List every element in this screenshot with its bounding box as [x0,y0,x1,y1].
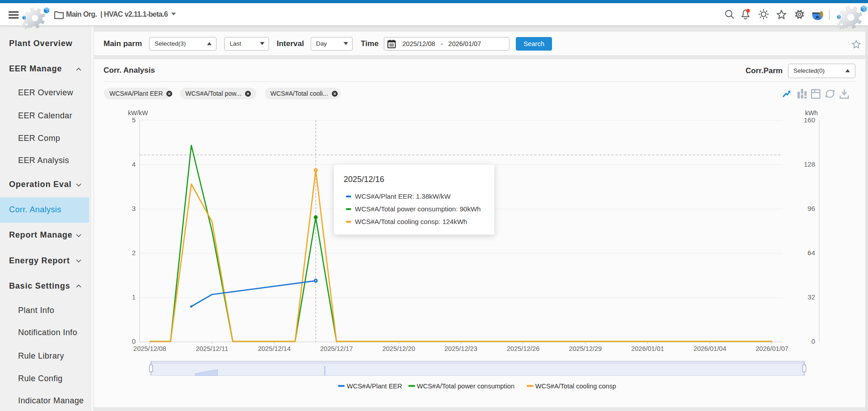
svg-text:2026/01/04: 2026/01/04 [693,345,726,352]
svg-text:5: 5 [132,116,136,124]
svg-text:2026/01/01: 2026/01/01 [631,345,664,352]
svg-text:0: 0 [132,337,136,345]
svg-text:4: 4 [132,160,136,168]
svg-text:2025/12/08: 2025/12/08 [133,345,166,352]
svg-text:kW/kW: kW/kW [128,109,148,117]
svg-text:WCS#A/Total cooling consp: WCS#A/Total cooling consp [535,383,616,390]
svg-text:64: 64 [807,249,815,257]
svg-text:3: 3 [132,205,136,212]
svg-text:2025/12/26: 2025/12/26 [507,345,540,352]
svg-text:2025/12/14: 2025/12/14 [258,345,291,352]
svg-text:0: 0 [811,337,815,345]
svg-text:1: 1 [132,293,136,301]
svg-text:2025/12/17: 2025/12/17 [320,345,353,352]
svg-text:128: 128 [804,160,815,168]
svg-text:2025/12/11: 2025/12/11 [196,345,228,352]
svg-text:WCS#A/Plant EER: WCS#A/Plant EER [347,383,402,390]
svg-text:160: 160 [804,116,815,124]
svg-text:32: 32 [807,293,815,301]
svg-text:2025/12/23: 2025/12/23 [444,345,477,352]
svg-text:kWh: kWh [805,109,818,117]
svg-text:WCS#A/Total power consumption: WCS#A/Total power consumption [417,383,514,390]
svg-text:2: 2 [132,249,136,257]
svg-text:96: 96 [807,205,815,212]
svg-text:2025/12/29: 2025/12/29 [569,345,602,352]
svg-text:2026/01/07: 2026/01/07 [756,345,789,352]
svg-text:2025/12/20: 2025/12/20 [382,345,415,352]
